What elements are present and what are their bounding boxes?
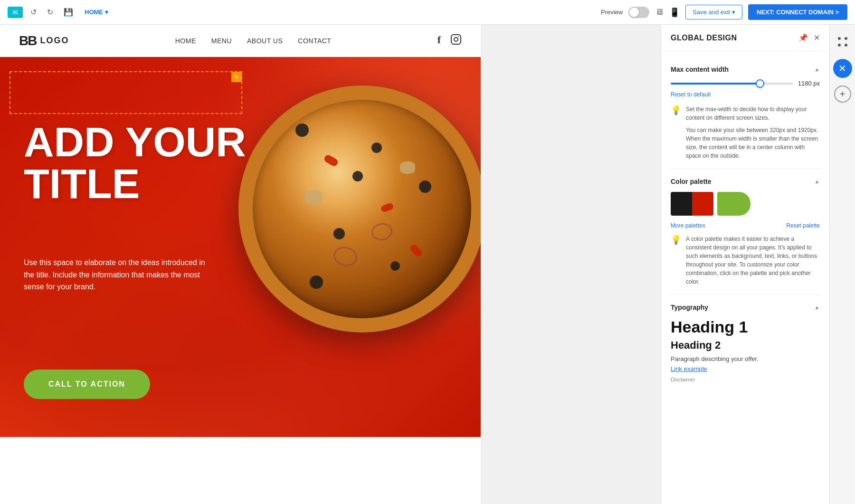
slider-row: 1180 px xyxy=(671,80,820,87)
topping xyxy=(419,181,431,193)
social-icons: f xyxy=(437,34,462,48)
typography-chevron[interactable]: ▲ xyxy=(814,304,820,311)
palette-swatch-dark[interactable] xyxy=(671,192,713,216)
toolbar-left: ↺ ↻ 💾 HOME ▾ xyxy=(8,6,595,19)
panel-actions: 📌 ✕ xyxy=(798,33,820,42)
max-content-chevron[interactable]: ▲ xyxy=(814,66,820,73)
preview-label: Preview xyxy=(601,9,623,16)
home-button[interactable]: HOME ▾ xyxy=(81,7,112,18)
panel-close-button[interactable]: ✕ xyxy=(814,33,820,42)
save-icon-button[interactable]: 💾 xyxy=(61,6,76,19)
undo-button[interactable]: ↺ xyxy=(28,6,39,19)
svg-point-1 xyxy=(454,38,458,41)
logo-text: LOGO xyxy=(40,36,69,46)
width-slider[interactable] xyxy=(671,83,793,85)
svg-point-5 xyxy=(838,44,841,47)
add-button[interactable]: + xyxy=(834,86,851,103)
palette-row xyxy=(671,192,820,216)
topping xyxy=(333,228,345,239)
right-panel: GLOBAL DESIGN 📌 ✕ Max content width ▲ 11… xyxy=(661,25,829,504)
typo-disclaimer: Disclaimer xyxy=(671,377,820,382)
topping-mushroom xyxy=(305,190,322,204)
panel-body: Max content width ▲ 1180 px Reset to def… xyxy=(661,51,829,504)
color-palette-header: Color palette ▲ xyxy=(671,178,820,185)
redo-button[interactable]: ↻ xyxy=(44,6,56,19)
site-preview: BB LOGO HOME MENU ABOUT US CONTACT f xyxy=(0,25,481,504)
hint-text-1: Set the max-width to decide how to displ… xyxy=(686,105,820,160)
panel-header: GLOBAL DESIGN 📌 ✕ xyxy=(661,25,829,51)
close-x-button[interactable]: ✕ xyxy=(833,59,852,78)
desktop-icon[interactable]: 🖥 xyxy=(655,7,664,17)
slider-thumb[interactable] xyxy=(756,79,764,88)
nav-about[interactable]: ABOUT US xyxy=(247,37,283,45)
preview-toggle[interactable] xyxy=(628,7,649,18)
color-palette-chevron[interactable]: ▲ xyxy=(814,178,820,185)
hero-subtitle: Use this space to elaborate on the ideas… xyxy=(24,257,214,293)
pin-button[interactable]: 📌 xyxy=(798,33,808,42)
max-content-header: Max content width ▲ xyxy=(671,66,820,73)
palette-swatch-green[interactable] xyxy=(717,192,750,216)
more-palettes-link[interactable]: More palettes xyxy=(671,222,705,229)
main-layout: BB LOGO HOME MENU ABOUT US CONTACT f xyxy=(0,25,855,504)
pizza-crust xyxy=(238,86,481,333)
topping xyxy=(390,261,400,271)
typo-h1: Heading 1 xyxy=(671,318,820,336)
typography-title: Typography xyxy=(671,304,708,311)
typo-link[interactable]: Link example xyxy=(671,365,707,372)
divider-1 xyxy=(671,169,820,169)
max-content-title: Max content width xyxy=(671,66,729,73)
cta-button[interactable]: CALL TO ACTION xyxy=(24,370,150,399)
canvas-area: BB LOGO HOME MENU ABOUT US CONTACT f xyxy=(0,25,661,504)
nodes-button[interactable] xyxy=(833,32,852,51)
toolbar-right: Preview 🖥 📱 Save and exit ▾ NEXT: CONNEC… xyxy=(601,4,847,20)
mail-icon[interactable] xyxy=(8,7,23,18)
save-exit-button[interactable]: Save and exit ▾ xyxy=(685,5,742,19)
right-icons-strip: ✕ + xyxy=(829,25,855,504)
bulb-icon-1: 💡 xyxy=(671,105,681,160)
reset-palette-link[interactable]: Reset palette xyxy=(786,222,820,229)
logo-bb: BB xyxy=(19,33,36,48)
svg-rect-0 xyxy=(451,35,461,44)
topping xyxy=(310,276,323,289)
facebook-icon[interactable]: f xyxy=(437,34,441,48)
hint-row-2: 💡 A color palette makes it easier to ach… xyxy=(671,235,820,286)
typo-h2: Heading 2 xyxy=(671,339,820,352)
nav-menu[interactable]: MENU xyxy=(211,37,232,45)
svg-point-3 xyxy=(838,37,841,40)
color-palette-title: Color palette xyxy=(671,178,712,185)
topping xyxy=(352,171,363,181)
toolbar: ↺ ↻ 💾 HOME ▾ Preview 🖥 📱 Save and exit ▾… xyxy=(0,0,855,25)
divider-2 xyxy=(671,295,820,295)
slider-value: 1180 px xyxy=(798,80,820,87)
topping xyxy=(295,124,309,137)
next-connect-button[interactable]: NEXT: CONNECT DOMAIN > xyxy=(748,4,847,20)
topping xyxy=(371,143,382,153)
instagram-icon[interactable] xyxy=(450,34,462,48)
hint-text-2: A color palette makes it easier to achie… xyxy=(686,235,820,286)
hint-row-1: 💡 Set the max-width to decide how to dis… xyxy=(671,105,820,160)
svg-point-6 xyxy=(845,44,847,47)
nav-contact[interactable]: CONTACT xyxy=(298,37,331,45)
mobile-icon[interactable]: 📱 xyxy=(669,7,680,18)
typography-section: Heading 1 Heading 2 Paragraph describing… xyxy=(671,318,820,382)
palette-links: More palettes Reset palette xyxy=(671,222,820,229)
nav-home[interactable]: HOME xyxy=(175,37,196,45)
site-nav: HOME MENU ABOUT US CONTACT xyxy=(175,37,332,45)
topping-mushroom xyxy=(400,162,415,174)
hero-section: ✎ xyxy=(0,57,481,437)
logo-area[interactable]: BB LOGO xyxy=(19,33,69,48)
typography-header: Typography ▲ xyxy=(671,304,820,311)
panel-title: GLOBAL DESIGN xyxy=(671,34,798,42)
pizza-image xyxy=(238,86,481,333)
svg-point-2 xyxy=(458,37,459,38)
svg-point-4 xyxy=(845,37,847,40)
reset-default-link[interactable]: Reset to default xyxy=(671,91,711,98)
hero-title[interactable]: ADD YOUR TITLE xyxy=(24,121,246,205)
site-header: BB LOGO HOME MENU ABOUT US CONTACT f xyxy=(0,25,481,57)
typo-para: Paragraph describing your offer. xyxy=(671,355,820,362)
bulb-icon-2: 💡 xyxy=(671,235,681,286)
